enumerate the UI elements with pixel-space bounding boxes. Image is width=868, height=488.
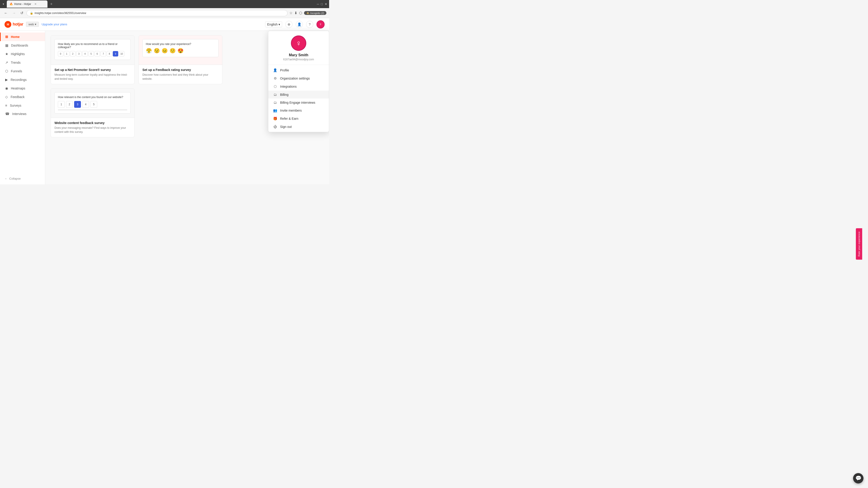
sidebar-item-surveys[interactable]: ≡ Surveys	[0, 101, 45, 109]
nps-question: How likely are you to recommend us to a …	[58, 42, 127, 49]
content-feedback-card[interactable]: How relevant is the content you found on…	[51, 88, 134, 137]
extensions-button[interactable]: ⬡	[299, 11, 302, 15]
scale-2: 2	[66, 101, 73, 108]
dropdown-item-billing-engage[interactable]: 🗂 Billing Engage interviews	[268, 98, 329, 106]
nps-card-title: Set up a Net Promoter Score® survey	[55, 68, 131, 72]
web-selector[interactable]: web ▾	[26, 22, 39, 27]
content-card-title: Website content feedback survey	[55, 121, 131, 125]
logo-icon: H	[4, 21, 11, 28]
feedback-widget: How would you rate your experience? 😤 😟 …	[143, 39, 219, 57]
emoji-row: 😤 😟 😐 🙂 😍	[146, 48, 215, 54]
sidebar: ⊞ Home ▦ Dashboards ★ Highlights ↗ Trend…	[0, 31, 45, 184]
maximize-button[interactable]: □	[321, 2, 323, 6]
web-label: web	[29, 23, 34, 26]
cards-grid: How likely are you to recommend us to a …	[51, 35, 222, 137]
browser-toolbar: ← → ↺ 🔒 insights.hotjar.com/sites/382555…	[0, 8, 329, 18]
feedback-icon: ◇	[5, 95, 8, 99]
nps-3: 3	[76, 51, 82, 57]
dropdown-item-sign-out[interactable]: ⏻ Sign out	[268, 123, 329, 131]
sidebar-item-trends[interactable]: ↗ Trends	[0, 58, 45, 67]
feedback-card-preview: How would you rate your experience? 😤 😟 …	[139, 35, 222, 65]
dropdown-item-billing[interactable]: 🗂 Billing	[268, 91, 329, 98]
tab-back-button: ▾	[2, 2, 5, 6]
profile-icon: 👤	[273, 68, 277, 72]
feedback-card-desc: Discover how customers feel and they thi…	[143, 73, 219, 81]
user-avatar-button[interactable]: ♀	[316, 20, 324, 29]
sidebar-item-recordings[interactable]: ▶ Recordings	[0, 75, 45, 84]
active-tab[interactable]: 🔥 Home - Hotjar ✕	[7, 0, 48, 8]
help-icon-button[interactable]: ?	[306, 21, 313, 28]
logo-text: hotjar	[13, 22, 23, 27]
tab-list-button[interactable]: ▾	[2, 2, 5, 6]
nps-0: 0	[58, 51, 63, 57]
nps-scale: 0 1 2 3 4 5 6 7 8 9 10	[58, 51, 127, 57]
feedback-rating-card[interactable]: How would you rate your experience? 😤 😟 …	[138, 35, 222, 84]
address-bar[interactable]: 🔒 insights.hotjar.com/sites/3825551/over…	[26, 10, 287, 16]
sidebar-collapse[interactable]: ← Collapse	[0, 175, 45, 183]
upgrade-link[interactable]: Upgrade your plans	[41, 23, 67, 26]
forward-button[interactable]: →	[11, 10, 17, 16]
dropdown-avatar: ♀	[291, 35, 306, 51]
back-button[interactable]: ←	[3, 10, 9, 16]
nps-survey-card[interactable]: How likely are you to recommend us to a …	[51, 35, 134, 84]
content-question: How relevant is the content you found on…	[58, 96, 127, 99]
reload-button[interactable]: ↺	[19, 10, 25, 16]
minimize-button[interactable]: ─	[317, 2, 319, 6]
user-dropdown: ♀ Mary Smith 6167ae94@moodjoy.com 👤 Prof…	[268, 31, 329, 132]
nps-6: 6	[94, 51, 100, 57]
sidebar-item-funnels[interactable]: ⬡ Funnels	[0, 67, 45, 75]
nps-2: 2	[70, 51, 75, 57]
nps-4: 4	[82, 51, 88, 57]
app-container: H hotjar web ▾ Upgrade your plans Englis…	[0, 18, 329, 184]
dashboards-icon: ▦	[5, 43, 8, 47]
dropdown-user-header: ♀ Mary Smith 6167ae94@moodjoy.com	[268, 31, 329, 65]
nps-5: 5	[88, 51, 94, 57]
sign-out-icon: ⏻	[273, 125, 277, 129]
nps-10: 10	[119, 51, 124, 57]
scale-5: 5	[90, 101, 97, 108]
web-chevron-icon: ▾	[35, 23, 36, 26]
funnels-icon: ⬡	[5, 69, 8, 73]
invite-icon-button[interactable]: 👤	[296, 21, 303, 28]
nps-widget: How likely are you to recommend us to a …	[55, 39, 131, 60]
nps-7: 7	[101, 51, 106, 57]
sidebar-item-feedback[interactable]: ◇ Feedback	[0, 93, 45, 101]
dropdown-email: 6167ae94@moodjoy.com	[283, 58, 314, 61]
dropdown-item-invite-members[interactable]: 👥 Invite members	[268, 106, 329, 115]
emoji-neutral: 😐	[162, 48, 168, 54]
dropdown-item-integrations[interactable]: ⬡ Integrations	[268, 83, 329, 91]
close-button[interactable]: ✕	[324, 2, 327, 6]
nps-card-preview: How likely are you to recommend us to a …	[51, 35, 134, 65]
content-scale: 1 2 3 4 5	[58, 101, 127, 108]
incognito-icon: 🕵	[306, 11, 309, 14]
content-card-body: Website content feedback survey Does you…	[51, 118, 134, 137]
language-chevron-icon: ▾	[278, 23, 280, 26]
download-button[interactable]: ⬇	[294, 11, 297, 15]
language-selector[interactable]: English ▾	[265, 22, 282, 27]
incognito-badge: 🕵 Incognito (2)	[304, 11, 327, 15]
recordings-icon: ▶	[5, 78, 8, 82]
feedback-card-body: Set up a Feedback rating survey Discover…	[139, 65, 222, 84]
scale-4: 4	[82, 101, 89, 108]
bookmark-button[interactable]: ☆	[289, 11, 292, 15]
refer-earn-icon: 🎁	[273, 117, 277, 121]
integrations-icon: ⬡	[273, 85, 277, 89]
emoji-love: 😍	[178, 48, 184, 54]
sidebar-item-home[interactable]: ⊞ Home	[0, 33, 45, 41]
sidebar-item-highlights[interactable]: ★ Highlights	[0, 50, 45, 58]
hotjar-logo: H hotjar	[4, 21, 23, 28]
trends-icon: ↗	[5, 61, 8, 65]
sidebar-item-dashboards[interactable]: ▦ Dashboards	[0, 41, 45, 50]
sidebar-item-heatmaps[interactable]: ◉ Heatmaps	[0, 84, 45, 93]
content-card-desc: Does your messaging resonate? Find ways …	[55, 126, 131, 134]
heatmap-icon-button[interactable]: ⊕	[285, 21, 292, 28]
heatmaps-icon: ◉	[5, 86, 8, 90]
dropdown-item-refer-earn[interactable]: 🎁 Refer & Earn	[268, 115, 329, 123]
feedback-question: How would you rate your experience?	[146, 42, 215, 46]
tab-close-button[interactable]: ✕	[34, 2, 37, 6]
sidebar-item-interviews[interactable]: ☎ Interviews	[0, 109, 45, 118]
dropdown-item-profile[interactable]: 👤 Profile	[268, 66, 329, 74]
dropdown-item-org-settings[interactable]: ⚙ Organization settings	[268, 74, 329, 83]
nps-9-selected: 9	[113, 51, 118, 57]
new-tab-button[interactable]: +	[49, 1, 55, 7]
